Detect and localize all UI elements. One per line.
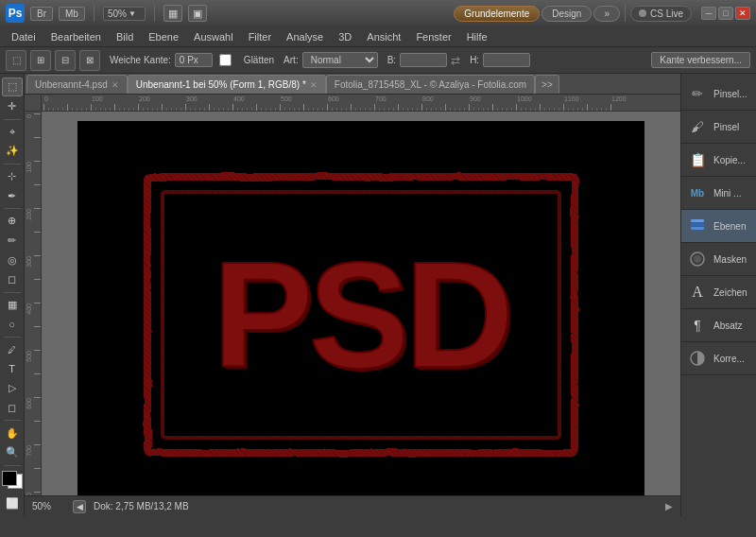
doc-info: Dok: 2,75 MB/13,2 MB: [94, 501, 189, 511]
document-tabs: Unbenannt-4.psd ✕ Unbenannt-1 bei 50% (F…: [25, 74, 680, 95]
menu-analyse[interactable]: Analyse: [279, 29, 331, 44]
menubar: Datei Bearbeiten Bild Ebene Auswahl Filt…: [0, 26, 756, 47]
feather-input[interactable]: [175, 53, 213, 67]
tool-sep4: [4, 292, 21, 293]
tab-unbenannt4[interactable]: Unbenannt-4.psd ✕: [26, 75, 128, 94]
main-area: ⬚ ✛ ⌖ ✨ ⊹ ✒ ⊕ ✏ ◎ ◻ ▦ ○ 🖊 T ▷ ◻ ✋ 🔍 ⬜: [0, 74, 756, 516]
style-select[interactable]: Normal Feste Größe Festes Verhältnis: [302, 52, 378, 68]
refine-edge-btn[interactable]: Kante verbessern...: [651, 52, 750, 68]
cslive-btn[interactable]: CS Live: [630, 6, 692, 22]
tool-brush[interactable]: ✏: [2, 232, 23, 251]
tool-magic-wand[interactable]: ✨: [2, 142, 23, 161]
minimize-btn[interactable]: ─: [701, 7, 716, 20]
selection-opt3[interactable]: ⊟: [55, 50, 76, 71]
ruler-corner: [25, 95, 42, 112]
korre-icon: [687, 348, 708, 369]
panel-absatz[interactable]: ¶ Absatz: [681, 309, 756, 342]
tool-zoom[interactable]: 🔍: [2, 443, 23, 462]
tool-lasso[interactable]: ⌖: [2, 122, 23, 141]
tool-sep7: [4, 465, 21, 466]
workspace-design[interactable]: Design: [541, 6, 592, 22]
menu-ansicht[interactable]: Ansicht: [359, 29, 408, 44]
svg-rect-2: [691, 219, 704, 222]
kopie-label: Kopie...: [713, 155, 746, 165]
tool-hand[interactable]: ✋: [2, 424, 23, 442]
color-swatches[interactable]: [2, 471, 23, 490]
ebenen-label: Ebenen: [713, 221, 746, 232]
width-input[interactable]: [400, 53, 447, 67]
status-prev-btn[interactable]: ◀: [73, 500, 86, 513]
height-input[interactable]: [483, 53, 530, 67]
tool-move[interactable]: ✛: [2, 97, 23, 116]
tool-pen[interactable]: 🖊: [2, 340, 23, 359]
tab-overflow[interactable]: >>: [535, 75, 559, 94]
menu-3d[interactable]: 3D: [331, 29, 359, 44]
tool-eyedropper[interactable]: ✒: [2, 186, 23, 205]
panel-zeichen[interactable]: A Zeichen: [681, 276, 756, 309]
tab-close-2[interactable]: ✕: [310, 80, 318, 90]
optionsbar: ⬚ ⊞ ⊟ ⊠ Weiche Kante: Glätten Art: Norma…: [0, 47, 756, 74]
panel-mini[interactable]: Mb Mini ...: [681, 177, 756, 210]
foreground-color[interactable]: [2, 471, 17, 486]
zoom-control[interactable]: 50%▼: [103, 7, 146, 21]
toolbar: ⬚ ✛ ⌖ ✨ ⊹ ✒ ⊕ ✏ ◎ ◻ ▦ ○ 🖊 T ▷ ◻ ✋ 🔍 ⬜: [0, 74, 25, 516]
bridge-btn[interactable]: Br: [30, 7, 53, 21]
arrange-btn[interactable]: ▦: [163, 5, 182, 22]
panel-pinseln[interactable]: ✏ Pinsel...: [681, 78, 756, 111]
tool-select[interactable]: ⬚: [2, 78, 23, 96]
tool-crop[interactable]: ⊹: [2, 167, 23, 186]
tool-spot-heal[interactable]: ⊕: [2, 212, 23, 231]
menu-hilfe[interactable]: Hilfe: [459, 29, 495, 44]
panel-masken[interactable]: Masken: [681, 243, 756, 276]
tool-path-select[interactable]: ▷: [2, 379, 23, 398]
tool-dodge[interactable]: ○: [2, 315, 23, 334]
menu-filter[interactable]: Filter: [241, 29, 279, 44]
menu-bild[interactable]: Bild: [109, 29, 141, 44]
tab-fotolia[interactable]: Fotolia_8715458_XL - © Azaliya - Fotolia…: [326, 75, 535, 94]
menu-datei[interactable]: Datei: [4, 29, 43, 44]
tool-sep1: [4, 119, 21, 120]
workspace-grundelemente[interactable]: Grundelemente: [454, 6, 540, 22]
panel-pinsel[interactable]: 🖌 Pinsel: [681, 111, 756, 144]
panels: ✏ Pinsel... 🖌 Pinsel 📋 Kopie... Mb Mini …: [680, 74, 756, 516]
panel-korre[interactable]: Korre...: [681, 342, 756, 375]
menu-fenster[interactable]: Fenster: [408, 29, 458, 44]
tool-clone[interactable]: ◎: [2, 251, 23, 269]
arrange-btn2[interactable]: ▣: [188, 5, 207, 22]
ruler-vertical: 0100200300400500600700800: [25, 112, 42, 495]
panel-ebenen[interactable]: Ebenen: [681, 210, 756, 243]
ruler-horizontal: 0100200300400500600700800900100011001200: [42, 95, 680, 112]
height-label: H:: [470, 55, 479, 65]
mini-btn[interactable]: Mb: [59, 7, 85, 21]
pinsel-icon: 🖌: [687, 116, 708, 137]
close-btn[interactable]: ✕: [735, 7, 750, 20]
zeichen-icon: A: [687, 282, 708, 303]
smooth-checkbox[interactable]: [219, 54, 232, 66]
menu-bearbeiten[interactable]: Bearbeiten: [43, 29, 109, 44]
quick-mask-btn[interactable]: ⬜: [2, 494, 23, 512]
tab-close-1[interactable]: ✕: [112, 80, 119, 90]
menu-ebene[interactable]: Ebene: [141, 29, 186, 44]
tool-text[interactable]: T: [2, 359, 23, 378]
maximize-btn[interactable]: □: [718, 7, 733, 20]
tool-eraser[interactable]: ◻: [2, 270, 23, 289]
tab-unbenannt1[interactable]: Unbenannt-1 bei 50% (Form 1, RGB/8) * ✕: [128, 75, 326, 94]
smooth-label: Glätten: [244, 55, 274, 65]
ps-icon: Ps: [6, 4, 25, 23]
svg-rect-0: [691, 227, 704, 230]
zeichen-label: Zeichen: [713, 287, 747, 298]
width-label: B:: [387, 55, 396, 65]
menu-auswahl[interactable]: Auswahl: [186, 29, 241, 44]
sep2: [154, 5, 155, 22]
tool-shape[interactable]: ◻: [2, 399, 23, 418]
workspace-more[interactable]: »: [593, 6, 620, 22]
tool-gradient[interactable]: ▦: [2, 296, 23, 315]
selection-rect-btn[interactable]: ⬚: [6, 50, 26, 71]
panel-kopie[interactable]: 📋 Kopie...: [681, 144, 756, 177]
pinsel-label: Pinsel: [713, 122, 739, 132]
selection-opt2[interactable]: ⊞: [30, 50, 51, 71]
selection-opt4[interactable]: ⊠: [79, 50, 100, 71]
pinseln-icon: ✏: [687, 83, 708, 104]
mini-label: Mini ...: [713, 188, 741, 199]
status-arrow[interactable]: ▶: [665, 501, 673, 511]
